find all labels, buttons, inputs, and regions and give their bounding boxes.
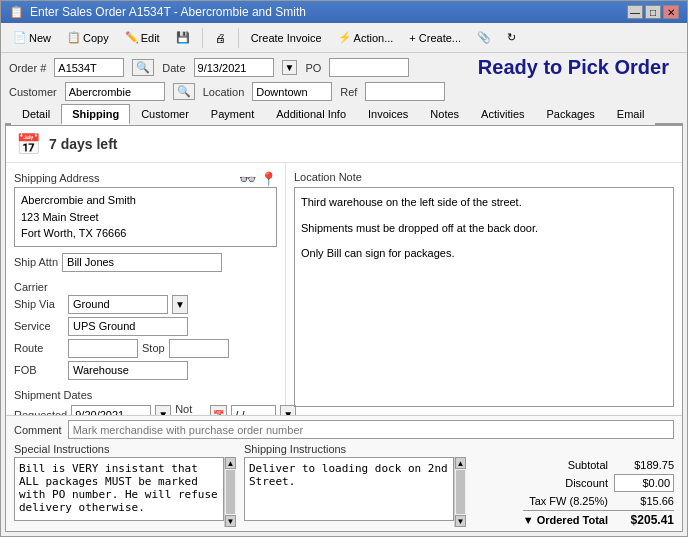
stop-input[interactable] <box>169 339 229 358</box>
tab-customer[interactable]: Customer <box>130 104 200 125</box>
totals-section: Subtotal $189.75 Discount Tax FW (8.25%)… <box>474 443 674 527</box>
location-note-line1: Third warehouse on the left side of the … <box>301 194 667 212</box>
tab-notes[interactable]: Notes <box>419 104 470 125</box>
requested-row: Requested ▼ Not before 📅 ▼ <box>14 403 277 416</box>
fob-row: FOB <box>14 361 277 380</box>
comment-input[interactable] <box>68 420 674 439</box>
shipping-instructions-textarea[interactable] <box>244 457 454 521</box>
date-input[interactable] <box>194 58 274 77</box>
not-before-input[interactable] <box>231 405 276 415</box>
tab-invoices[interactable]: Invoices <box>357 104 419 125</box>
main-window: 📋 Enter Sales Order A1534T - Abercrombie… <box>0 0 688 537</box>
tab-packages[interactable]: Packages <box>536 104 606 125</box>
print-icon: 🖨 <box>215 32 226 44</box>
carrier-label: Carrier <box>14 281 277 293</box>
shipping-scroll-thumb <box>456 470 465 514</box>
ship-attn-input[interactable] <box>62 253 222 272</box>
save-icon: 💾 <box>176 31 190 44</box>
tab-additional-info[interactable]: Additional Info <box>265 104 357 125</box>
service-input[interactable] <box>68 317 188 336</box>
ship-via-input[interactable] <box>68 295 168 314</box>
attach-button[interactable]: 📎 <box>471 28 497 47</box>
location-label: Location <box>203 86 245 98</box>
toolbar-separator-2 <box>238 28 239 48</box>
location-note-label: Location Note <box>294 171 674 183</box>
new-button[interactable]: 📄 New <box>7 28 57 47</box>
shipping-instructions-label: Shipping Instructions <box>244 443 466 455</box>
customer-label: Customer <box>9 86 57 98</box>
not-before-cal-button[interactable]: 📅 <box>210 405 227 415</box>
tab-shipping[interactable]: Shipping <box>61 104 130 125</box>
shipping-body: Shipping Address 👓 📍 Abercrombie and Smi… <box>6 163 682 415</box>
tax-value: $15.66 <box>614 495 674 507</box>
requested-input[interactable] <box>71 405 151 415</box>
date-label: Date <box>162 62 185 74</box>
ship-attn-row: Ship Attn <box>14 253 277 272</box>
special-scroll-down[interactable]: ▼ <box>225 515 236 527</box>
shipping-scroll-up[interactable]: ▲ <box>455 457 466 469</box>
tax-label: Tax FW (8.25%) <box>529 495 608 507</box>
date-dropdown-button[interactable]: ▼ <box>282 60 298 75</box>
close-button[interactable]: ✕ <box>663 5 679 19</box>
address-section: Shipping Address 👓 📍 Abercrombie and Smi… <box>14 171 277 247</box>
po-label: PO <box>305 62 321 74</box>
order-input[interactable] <box>54 58 124 77</box>
save-button[interactable]: 💾 <box>170 28 196 47</box>
address-line1: Abercrombie and Smith <box>21 192 270 209</box>
ship-via-dropdown[interactable]: ▼ <box>172 295 188 314</box>
create-invoice-button[interactable]: Create Invoice <box>245 29 328 47</box>
shipping-header: 📅 7 days left <box>6 126 682 163</box>
tabs-bar: Detail Shipping Customer Payment Additio… <box>5 104 683 125</box>
address-box: Abercrombie and Smith 123 Main Street Fo… <box>14 187 277 247</box>
shipping-instructions-section: Shipping Instructions ▲ ▼ <box>244 443 466 527</box>
special-scroll-up[interactable]: ▲ <box>225 457 236 469</box>
fob-label: FOB <box>14 364 64 376</box>
order-search-button[interactable]: 🔍 <box>132 59 154 76</box>
shipment-dates-label: Shipment Dates <box>14 389 277 401</box>
location-note-line2: Shipments must be dropped off at the bac… <box>301 220 667 238</box>
address-section-label: Shipping Address <box>14 172 100 184</box>
po-input[interactable] <box>329 58 409 77</box>
customer-search-button[interactable]: 🔍 <box>173 83 195 100</box>
route-input[interactable] <box>68 339 138 358</box>
edit-button[interactable]: ✏️ Edit <box>119 28 166 47</box>
copy-button[interactable]: 📋 Copy <box>61 28 115 47</box>
tab-activities[interactable]: Activities <box>470 104 535 125</box>
tab-detail[interactable]: Detail <box>11 104 61 125</box>
refresh-button[interactable]: ↻ <box>501 28 522 47</box>
copy-icon: 📋 <box>67 31 81 44</box>
location-input[interactable] <box>252 82 332 101</box>
toolbar-separator-1 <box>202 28 203 48</box>
tab-email[interactable]: Email <box>606 104 656 125</box>
address-line2: 123 Main Street <box>21 209 270 226</box>
glasses-icon[interactable]: 👓 <box>239 171 256 187</box>
customer-input[interactable] <box>65 82 165 101</box>
discount-row: Discount <box>565 474 674 492</box>
pin-icon[interactable]: 📍 <box>260 171 277 187</box>
window-title: Enter Sales Order A1534T - Abercrombie a… <box>30 5 306 19</box>
instructions-totals-row: Special Instructions ▲ ▼ Shipping Instru… <box>14 443 674 527</box>
order-area: Order # 🔍 Date ▼ PO Ready to Pick Order <box>1 53 687 82</box>
action-button[interactable]: ⚡ Action... <box>332 28 400 47</box>
route-label: Route <box>14 342 64 354</box>
requested-dropdown[interactable]: ▼ <box>155 405 171 415</box>
fob-input[interactable] <box>68 361 188 380</box>
print-button[interactable]: 🖨 <box>209 29 232 47</box>
special-instructions-textarea[interactable] <box>14 457 224 521</box>
special-scroll-thumb <box>226 470 235 514</box>
calendar-icon: 📅 <box>16 132 41 156</box>
maximize-button[interactable]: □ <box>645 5 661 19</box>
ref-input[interactable] <box>365 82 445 101</box>
address-line3: Fort Worth, TX 76666 <box>21 225 270 242</box>
subtotal-value: $189.75 <box>614 459 674 471</box>
service-label: Service <box>14 320 64 332</box>
ship-via-label: Ship Via <box>14 298 64 310</box>
minimize-button[interactable]: — <box>627 5 643 19</box>
toolbar: 📄 New 📋 Copy ✏️ Edit 💾 🖨 Create Invoice … <box>1 23 687 53</box>
create-button[interactable]: + Create... <box>403 29 467 47</box>
discount-input[interactable] <box>614 474 674 492</box>
shipping-scroll-down[interactable]: ▼ <box>455 515 466 527</box>
location-note-box: Third warehouse on the left side of the … <box>294 187 674 407</box>
tab-payment[interactable]: Payment <box>200 104 265 125</box>
window-icon: 📋 <box>9 5 24 19</box>
